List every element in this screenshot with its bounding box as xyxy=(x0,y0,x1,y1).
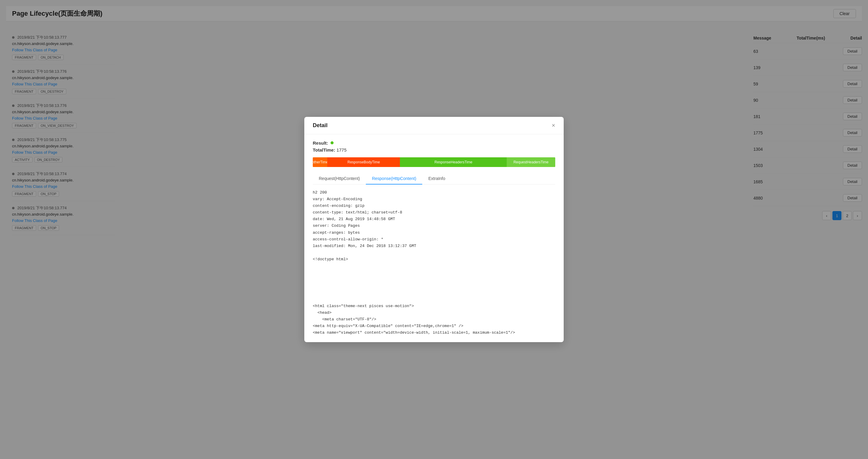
tabs: Request(HttpContent)Response(HttpContent… xyxy=(313,173,555,184)
modal-close-button[interactable]: × xyxy=(552,122,555,128)
detail-modal: Detail × Result: TotalTime: 1775 otherTi… xyxy=(304,117,564,342)
result-label: Result: xyxy=(313,140,328,146)
total-time-row: TotalTime: 1775 xyxy=(313,147,555,152)
result-status-dot xyxy=(331,141,334,144)
modal-tab[interactable]: ExtraInfo xyxy=(422,173,451,184)
modal-title: Detail xyxy=(313,122,328,128)
modal-header: Detail × xyxy=(304,117,564,134)
total-time-label: TotalTime: xyxy=(313,147,335,152)
timeline-segment: ResponseBodyTime xyxy=(327,157,400,167)
modal-overlay: Detail × Result: TotalTime: 1775 otherTi… xyxy=(0,0,868,459)
modal-body: Result: TotalTime: 1775 otherTimeRespons… xyxy=(304,134,564,342)
timeline-segment: RequestHeadersTime xyxy=(507,157,555,167)
modal-tab[interactable]: Request(HttpContent) xyxy=(313,173,366,184)
response-content: h2 200 vary: Accept-Encoding content-enc… xyxy=(313,189,555,336)
timeline-segment: otherTime xyxy=(313,157,327,167)
timeline-bar: otherTimeResponseBodyTimeResponseHeaders… xyxy=(313,157,555,167)
result-row: Result: xyxy=(313,140,555,146)
timeline-segment: ResponseHeadersTime xyxy=(400,157,507,167)
modal-tab[interactable]: Response(HttpContent) xyxy=(366,173,422,184)
total-time-value: 1775 xyxy=(337,147,346,152)
